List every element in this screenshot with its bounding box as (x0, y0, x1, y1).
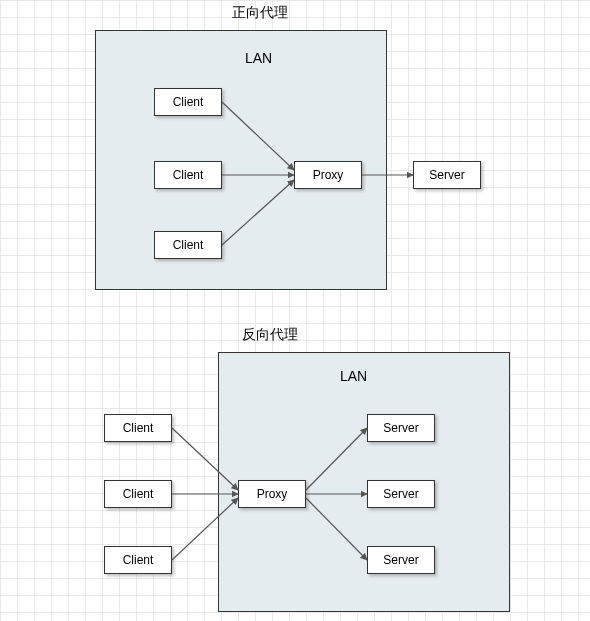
diagram1-client-2: Client (154, 161, 222, 189)
diagram-canvas: 正向代理 LAN Client Client Client Proxy Serv… (0, 0, 590, 621)
diagram2-proxy: Proxy (238, 480, 306, 508)
diagram2-client-2: Client (104, 480, 172, 508)
diagram2-server-1: Server (367, 414, 435, 442)
diagram2-server-2: Server (367, 480, 435, 508)
diagram1-client-1: Client (154, 88, 222, 116)
diagram1-proxy: Proxy (294, 161, 362, 189)
diagram2-server-3: Server (367, 546, 435, 574)
diagram1-lan-label: LAN (245, 50, 272, 66)
diagram2-client-3: Client (104, 546, 172, 574)
diagram1-server: Server (413, 161, 481, 189)
diagram2-client-1: Client (104, 414, 172, 442)
diagram1-lan-box (95, 30, 387, 290)
diagram2-title: 反向代理 (210, 326, 330, 344)
diagram1-title: 正向代理 (200, 4, 320, 22)
diagram1-client-3: Client (154, 231, 222, 259)
diagram2-lan-label: LAN (340, 368, 367, 384)
